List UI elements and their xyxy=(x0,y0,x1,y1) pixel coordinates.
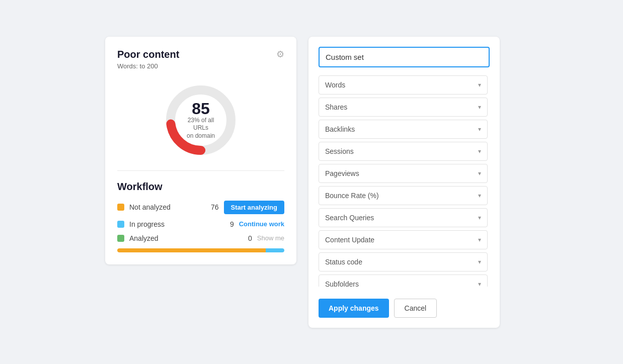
start-analyzing-button[interactable]: Start analyzing xyxy=(224,201,284,214)
dropdown-backlinks-label: Backlinks xyxy=(325,125,355,133)
donut-label-line2: on domain xyxy=(181,132,221,140)
chevron-down-icon: ▾ xyxy=(478,81,481,88)
count-analyzed: 0 xyxy=(237,234,252,242)
right-panel: Words ▾ Shares ▾ Backlinks ▾ Sessions ▾ … xyxy=(308,37,500,328)
dropdown-sessions[interactable]: Sessions ▾ xyxy=(319,142,488,161)
count-not-analyzed: 76 xyxy=(204,203,219,211)
panel-header: Poor content ⚙ xyxy=(117,49,284,60)
dropdown-words-label: Words xyxy=(325,81,345,89)
chevron-down-icon: ▾ xyxy=(478,236,481,243)
chevron-down-icon: ▾ xyxy=(478,281,481,287)
label-in-progress: In progress xyxy=(129,220,214,228)
dropdown-search-queries-label: Search Queries xyxy=(325,214,374,222)
custom-set-input[interactable] xyxy=(319,47,490,67)
divider xyxy=(117,170,284,171)
dropdown-search-queries[interactable]: Search Queries ▾ xyxy=(319,208,488,227)
count-in-progress: 9 xyxy=(219,220,234,228)
dropdown-list: Words ▾ Shares ▾ Backlinks ▾ Sessions ▾ … xyxy=(319,75,490,287)
dropdown-content-update-label: Content Update xyxy=(325,236,374,244)
dropdown-pageviews-label: Pageviews xyxy=(325,169,359,177)
dot-in-progress xyxy=(117,221,124,228)
workflow-row-in-progress: In progress 9 Continue work xyxy=(117,220,284,228)
panel-subtitle: Words: to 200 xyxy=(117,62,284,70)
donut-label-line1: 23% of all URLs xyxy=(181,116,221,132)
chevron-down-icon: ▾ xyxy=(478,170,481,177)
dropdown-pageviews[interactable]: Pageviews ▾ xyxy=(319,164,488,183)
chevron-down-icon: ▾ xyxy=(478,104,481,111)
apply-changes-button[interactable]: Apply changes xyxy=(319,299,389,318)
chevron-down-icon: ▾ xyxy=(478,126,481,133)
gear-icon[interactable]: ⚙ xyxy=(276,49,284,60)
dropdown-subfolders-label: Subfolders xyxy=(325,280,359,287)
continue-work-button[interactable]: Continue work xyxy=(239,220,284,228)
action-buttons: Apply changes Cancel xyxy=(319,295,490,318)
dropdown-status-code[interactable]: Status code ▾ xyxy=(319,252,488,271)
workflow-row-analyzed: Analyzed 0 Show me xyxy=(117,234,284,242)
chevron-down-icon: ▾ xyxy=(478,258,481,265)
dropdown-bounce-rate-label: Bounce Rate (%) xyxy=(325,192,379,200)
workflow-title: Workflow xyxy=(117,181,284,193)
dropdown-shares[interactable]: Shares ▾ xyxy=(319,98,488,117)
donut-chart: 85 23% of all URLs on domain xyxy=(161,80,241,160)
label-not-analyzed: Not analyzed xyxy=(129,203,199,211)
chevron-down-icon: ▾ xyxy=(478,192,481,199)
progress-bar-fill xyxy=(117,248,284,252)
dot-not-analyzed xyxy=(117,204,124,211)
dropdown-shares-label: Shares xyxy=(325,103,347,111)
dropdown-backlinks[interactable]: Backlinks ▾ xyxy=(319,120,488,139)
show-me-button[interactable]: Show me xyxy=(257,234,284,242)
dropdown-sessions-label: Sessions xyxy=(325,147,354,155)
workflow-row-not-analyzed: Not analyzed 76 Start analyzing xyxy=(117,201,284,214)
chevron-down-icon: ▾ xyxy=(478,214,481,221)
donut-value: 85 xyxy=(181,100,221,116)
progress-bar-container xyxy=(117,248,284,252)
dropdown-status-code-label: Status code xyxy=(325,258,362,266)
left-panel: Poor content ⚙ Words: to 200 85 23% of a… xyxy=(105,37,296,264)
dropdown-bounce-rate[interactable]: Bounce Rate (%) ▾ xyxy=(319,186,488,205)
dropdown-content-update[interactable]: Content Update ▾ xyxy=(319,230,488,249)
donut-container: 85 23% of all URLs on domain xyxy=(117,80,284,160)
dot-analyzed xyxy=(117,235,124,242)
chevron-down-icon: ▾ xyxy=(478,148,481,155)
dropdown-subfolders[interactable]: Subfolders ▾ xyxy=(319,275,488,287)
panel-title: Poor content xyxy=(117,49,179,60)
donut-center: 85 23% of all URLs on domain xyxy=(181,100,221,140)
cancel-button[interactable]: Cancel xyxy=(394,299,437,318)
dropdown-words[interactable]: Words ▾ xyxy=(319,75,488,95)
label-analyzed: Analyzed xyxy=(129,234,232,242)
